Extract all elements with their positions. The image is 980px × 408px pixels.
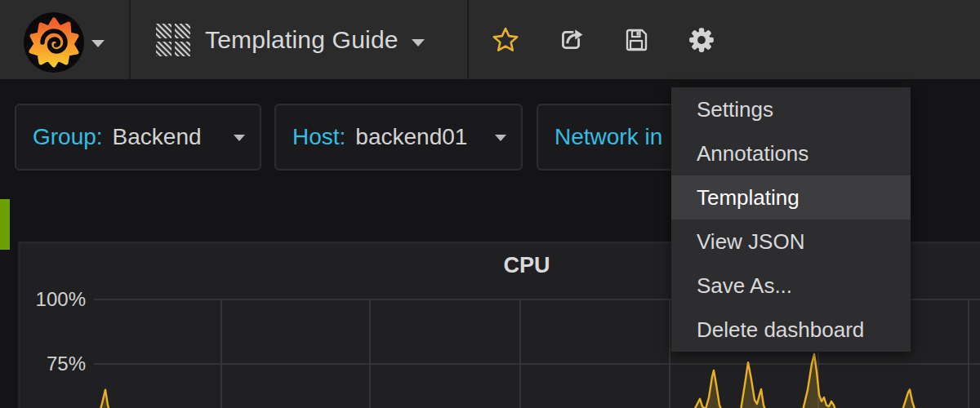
navbar-divider [129,0,131,79]
menu-item-label: Templating [697,185,800,210]
grafana-dashboard-screen: Templating Guide [0,0,980,408]
variable-label: Group: [33,124,103,150]
variable-label: Host: [292,124,345,150]
menu-item-annotations[interactable]: Annotations [671,131,911,175]
row-collapse-tab[interactable] [0,199,10,250]
variable-value: Backend [113,124,202,150]
star-icon [492,26,519,54]
variable-pill-host[interactable]: Host: backend01 [274,104,523,171]
save-button[interactable] [617,21,655,59]
top-navbar: Templating Guide [0,0,980,79]
navbar-divider [467,0,469,79]
y-axis-tick-75: 75% [16,353,86,375]
dashboard-grid-icon [156,24,190,56]
menu-item-save-as[interactable]: Save As... [671,264,911,308]
menu-item-view-json[interactable]: View JSON [671,220,911,264]
menu-item-label: Settings [697,97,773,122]
chevron-down-icon [220,130,245,144]
save-icon [623,27,649,53]
dashboard-title: Templating Guide [205,26,399,54]
menu-item-templating[interactable]: Templating [671,175,911,220]
share-button[interactable] [552,21,590,59]
menu-item-label: View JSON [697,229,804,254]
menu-item-delete-dashboard[interactable]: Delete dashboard [671,308,911,352]
menu-item-label: Save As... [697,273,792,298]
menu-item-settings[interactable]: Settings [671,87,911,131]
logo-dropdown-caret-icon[interactable] [91,40,105,47]
variable-pill-group[interactable]: Group: Backend [15,104,261,171]
chevron-down-icon [482,130,506,144]
menu-item-label: Annotations [697,141,808,166]
share-icon [557,26,585,54]
menu-item-label: Delete dashboard [697,317,864,342]
star-button[interactable] [487,21,524,59]
settings-gear-button[interactable] [683,21,720,59]
dashboard-title-picker[interactable]: Templating Guide [156,0,425,79]
variable-value: backend01 [355,124,467,150]
gear-icon [688,26,715,54]
variable-label: Network in [555,124,662,150]
navbar-actions [487,0,720,79]
y-axis-tick-100: 100% [16,288,86,311]
title-dropdown-caret-icon [412,39,425,47]
dashboard-settings-menu: Settings Annotations Templating View JSO… [671,87,911,352]
